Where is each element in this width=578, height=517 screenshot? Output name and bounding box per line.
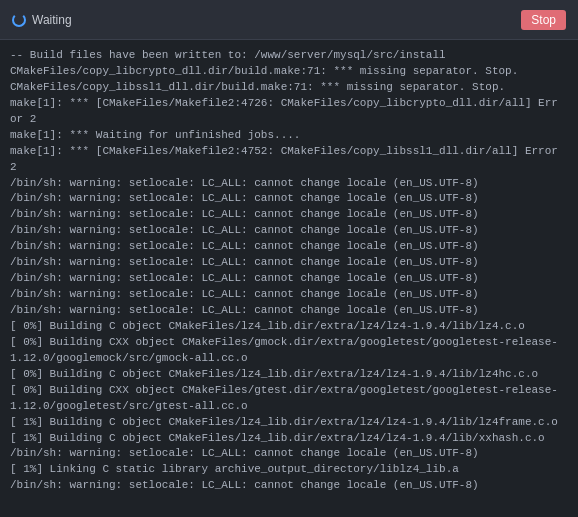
terminal-container: Waiting Stop -- Build files have been wr…	[0, 0, 578, 517]
terminal-line: /bin/sh: warning: setlocale: LC_ALL: can…	[10, 207, 568, 223]
terminal-line: /bin/sh: warning: setlocale: LC_ALL: can…	[10, 191, 568, 207]
terminal-line: /bin/sh: warning: setlocale: LC_ALL: can…	[10, 446, 568, 462]
terminal-line: -- Build files have been written to: /ww…	[10, 48, 568, 64]
terminal-line: or 2	[10, 112, 568, 128]
terminal-line: CMakeFiles/copy_libssl1_dll.dir/build.ma…	[10, 80, 568, 96]
spinner-icon	[12, 13, 26, 27]
status-indicator: Waiting	[12, 13, 72, 27]
terminal-line: [ 0%] Building C object CMakeFiles/lz4_l…	[10, 367, 568, 383]
terminal-line: /bin/sh: warning: setlocale: LC_ALL: can…	[10, 239, 568, 255]
terminal-line: /bin/sh: warning: setlocale: LC_ALL: can…	[10, 478, 568, 494]
terminal-line: /bin/sh: warning: setlocale: LC_ALL: can…	[10, 223, 568, 239]
header-right: Stop	[521, 10, 566, 30]
terminal-line: /bin/sh: warning: setlocale: LC_ALL: can…	[10, 255, 568, 271]
terminal-line: /bin/sh: warning: setlocale: LC_ALL: can…	[10, 176, 568, 192]
terminal-line: [ 0%] Building C object CMakeFiles/lz4_l…	[10, 319, 568, 335]
terminal-output[interactable]: -- Build files have been written to: /ww…	[0, 40, 578, 517]
status-text: Waiting	[32, 13, 72, 27]
terminal-header: Waiting Stop	[0, 0, 578, 40]
terminal-line: [ 1%] Linking C static library archive_o…	[10, 462, 568, 478]
terminal-line: CMakeFiles/copy_libcrypto_dll.dir/build.…	[10, 64, 568, 80]
terminal-line: /bin/sh: warning: setlocale: LC_ALL: can…	[10, 271, 568, 287]
terminal-line: [ 0%] Building CXX object CMakeFiles/gmo…	[10, 335, 568, 367]
terminal-line: make[1]: *** [CMakeFiles/Makefile2:4726:…	[10, 96, 568, 112]
terminal-line: [ 0%] Building CXX object CMakeFiles/gte…	[10, 383, 568, 415]
header-left: Waiting	[12, 13, 72, 27]
stop-button[interactable]: Stop	[521, 10, 566, 30]
terminal-line: make[1]: *** Waiting for unfinished jobs…	[10, 128, 568, 144]
terminal-line: make[1]: *** [CMakeFiles/Makefile2:4752:…	[10, 144, 568, 160]
terminal-line: /bin/sh: warning: setlocale: LC_ALL: can…	[10, 287, 568, 303]
terminal-line: /bin/sh: warning: setlocale: LC_ALL: can…	[10, 303, 568, 319]
terminal-line: 2	[10, 160, 568, 176]
terminal-line: [ 1%] Building C object CMakeFiles/lz4_l…	[10, 415, 568, 431]
terminal-line: [ 1%] Building C object CMakeFiles/lz4_l…	[10, 431, 568, 447]
